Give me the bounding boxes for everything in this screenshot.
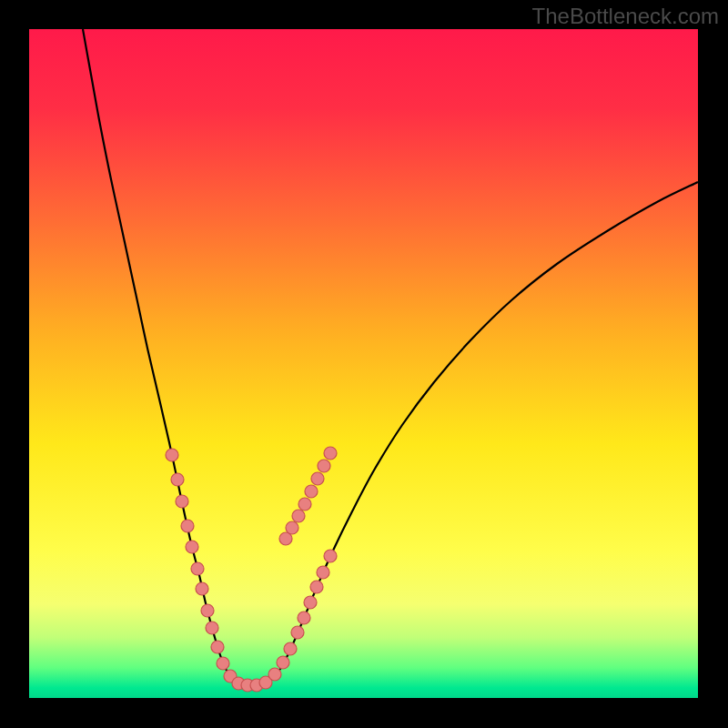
scatter-dot — [311, 472, 324, 485]
scatter-dot — [206, 622, 218, 634]
scatter-dot — [324, 447, 337, 460]
scatter-dot — [196, 582, 208, 595]
scatter-dot — [305, 485, 318, 498]
scatter-dot — [171, 473, 184, 486]
scatter-dot — [191, 562, 204, 575]
scatter-dot — [284, 642, 297, 655]
scatter-dot — [286, 521, 298, 534]
scatter-dot — [324, 550, 337, 562]
scatter-dot — [166, 449, 178, 461]
watermark-text: TheBottleneck.com — [532, 4, 719, 29]
scatter-dot — [291, 626, 304, 639]
right-curve-path — [252, 182, 698, 685]
scatter-dot — [318, 460, 330, 472]
scatter-dot — [211, 641, 224, 653]
scatter-dot — [268, 668, 281, 681]
scatter-dot — [298, 612, 310, 624]
left-curve-path — [83, 29, 252, 685]
scatter-dot — [298, 498, 311, 511]
scatter-dot — [201, 604, 214, 617]
curve-layer — [29, 29, 698, 698]
chart-frame: TheBottleneck.com — [0, 0, 728, 728]
scatter-dot — [186, 541, 198, 553]
scatter-dot — [181, 520, 194, 532]
scatter-dot — [176, 495, 188, 508]
scatter-dot — [217, 657, 229, 670]
scatter-dot — [292, 510, 305, 522]
scatter-dot — [317, 566, 329, 579]
plot-area — [29, 29, 698, 698]
scatter-dot — [277, 656, 289, 669]
scatter-dots — [166, 447, 337, 692]
scatter-dot — [310, 581, 323, 593]
scatter-dot — [304, 596, 317, 609]
